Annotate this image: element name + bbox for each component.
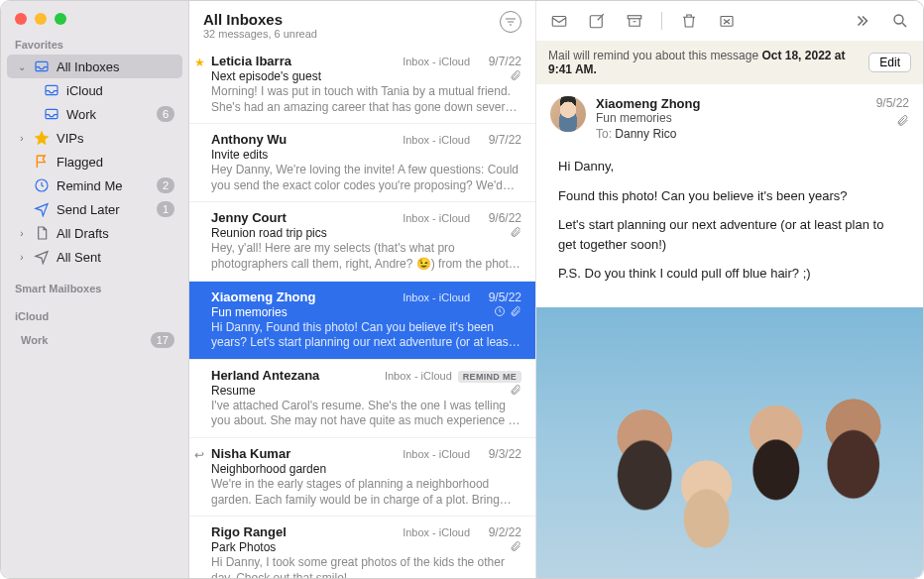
message-list[interactable]: ★Leticia IbarraInbox - iCloud9/7/22Next … <box>189 46 535 578</box>
message-row[interactable]: Anthony WuInbox - iCloud9/7/22Invite edi… <box>189 124 535 202</box>
message-subject: Neighborhood garden <box>211 462 516 476</box>
edit-reminder-button[interactable]: Edit <box>868 53 911 72</box>
filter-button[interactable] <box>500 11 521 33</box>
window-controls <box>1 1 188 33</box>
remind-me-pill: REMIND ME <box>458 371 521 383</box>
reply-icon: ↩ <box>194 448 204 462</box>
attachment-icon <box>510 540 521 554</box>
message-header: Xiaomeng Zhong Fun memories To: Danny Ri… <box>536 84 923 151</box>
sidebar-item-work[interactable]: Work 6 <box>7 102 182 126</box>
sidebar-section-work[interactable]: Work 17 <box>7 328 182 352</box>
fullscreen-window-button[interactable] <box>55 13 66 25</box>
sent-icon <box>33 248 51 266</box>
message-sender: Nisha Kumar <box>211 446 397 461</box>
count-badge: 1 <box>157 201 174 217</box>
list-header: All Inboxes 32 messages, 6 unread <box>189 1 535 46</box>
search-icon[interactable] <box>889 10 911 32</box>
sidebar-item-vips[interactable]: › VIPs <box>7 126 182 150</box>
message-date: 9/7/22 <box>476 133 521 147</box>
sidebar-item-send-later[interactable]: Send Later 1 <box>7 197 182 221</box>
svg-point-9 <box>894 15 903 24</box>
junk-icon[interactable] <box>716 10 738 32</box>
message-row[interactable]: ★Leticia IbarraInbox - iCloud9/7/22Next … <box>189 46 535 124</box>
sidebar-item-all-sent[interactable]: › All Sent <box>7 245 182 269</box>
attachment-icon <box>510 305 521 319</box>
message-preview: Hi Danny, Found this photo! Can you beli… <box>211 320 521 351</box>
sidebar-item-label: All Sent <box>57 250 174 265</box>
message-body: Hi Danny,Found this photo! Can you belie… <box>536 151 923 307</box>
sidebar-item-all-inboxes[interactable]: ⌄ All Inboxes <box>7 55 182 78</box>
sidebar-item-label: All Drafts <box>57 226 174 241</box>
message-row[interactable]: Xiaomeng ZhongInbox - iCloud9/5/22Fun me… <box>189 282 535 360</box>
count-badge: 17 <box>151 332 174 348</box>
trash-icon[interactable] <box>678 10 700 32</box>
sidebar-item-all-drafts[interactable]: › All Drafts <box>7 221 182 245</box>
message-subject: Park Photos <box>211 540 504 554</box>
message-preview: I've attached Carol's resume. She's the … <box>211 399 521 429</box>
avatar[interactable] <box>550 96 586 132</box>
message-row[interactable]: ↩Nisha KumarInbox - iCloud9/3/22Neighbor… <box>189 438 535 517</box>
message-preview: Morning! I was put in touch with Tania b… <box>211 84 521 115</box>
message-mailbox: Inbox - iCloud <box>403 212 470 224</box>
message-sender: Jenny Court <box>211 210 397 225</box>
inbox-icon <box>43 81 60 99</box>
message-row[interactable]: Jenny CourtInbox - iCloud9/6/22Reunion r… <box>189 202 535 281</box>
envelope-icon[interactable] <box>548 10 570 32</box>
message-row[interactable]: Rigo RangelInbox - iCloud9/2/22Park Phot… <box>189 517 535 578</box>
message-mailbox: Inbox - iCloud <box>403 526 470 538</box>
message-subject: Next episode's guest <box>211 69 504 83</box>
message-from[interactable]: Xiaomeng Zhong <box>596 96 866 111</box>
message-sender: Xiaomeng Zhong <box>211 290 397 304</box>
sidebar-item-remind-me[interactable]: Remind Me 2 <box>7 174 182 197</box>
message-sender: Herland Antezana <box>211 368 379 383</box>
sidebar-section-icloud[interactable]: iCloud <box>1 304 188 326</box>
inbox-icon <box>33 58 51 75</box>
message-mailbox: Inbox - iCloud <box>403 134 470 146</box>
attached-photo[interactable] <box>536 307 923 579</box>
message-mailbox: Inbox - iCloud <box>403 56 470 67</box>
inbox-icon <box>43 105 60 123</box>
recipient-name[interactable]: Danny Rico <box>615 127 676 141</box>
mailbox-subtitle: 32 messages, 6 unread <box>203 28 500 40</box>
attachment-icon <box>510 384 521 398</box>
clock-icon <box>33 176 51 194</box>
send-later-icon <box>33 200 51 218</box>
svg-rect-5 <box>552 17 566 27</box>
sidebar-item-label: Send Later <box>57 202 151 217</box>
sidebar-section-smart: Smart Mailboxes <box>1 277 188 298</box>
sidebar-section-favorites: Favorites <box>1 33 188 55</box>
message-list-column: All Inboxes 32 messages, 6 unread ★Letic… <box>189 1 536 578</box>
more-icon[interactable] <box>852 10 873 32</box>
compose-icon[interactable] <box>586 10 608 32</box>
chevron-right-icon[interactable]: › <box>17 228 27 239</box>
sidebar-item-label: Remind Me <box>57 178 151 193</box>
sidebar-item-icloud[interactable]: iCloud <box>7 78 182 102</box>
message-subject: Invite edits <box>211 148 516 162</box>
mailbox-title: All Inboxes <box>203 11 500 28</box>
attachment-icon <box>510 226 521 240</box>
minimize-window-button[interactable] <box>35 13 47 25</box>
close-window-button[interactable] <box>15 13 27 25</box>
sidebar: Favorites ⌄ All Inboxes iCloud Work 6 › … <box>1 1 189 578</box>
message-to: To: Danny Rico <box>596 127 866 141</box>
body-paragraph: Hi Danny, <box>558 157 901 176</box>
chevron-right-icon[interactable]: › <box>17 133 27 144</box>
attachment-icon[interactable] <box>896 114 909 130</box>
archive-icon[interactable] <box>624 10 645 32</box>
clock-icon <box>494 305 506 319</box>
body-paragraph: P.S. Do you think I could pull off blue … <box>558 264 901 284</box>
svg-rect-7 <box>628 16 641 19</box>
message-row[interactable]: Herland AntezanaInbox - iCloudREMIND MER… <box>189 360 535 438</box>
message-subject: Resume <box>211 384 504 398</box>
attachment-icon <box>510 69 521 83</box>
sidebar-item-label: iCloud <box>66 83 174 98</box>
message-date: 9/6/22 <box>476 211 521 225</box>
remind-banner-text: Mail will remind you about this message … <box>548 49 868 76</box>
count-badge: 2 <box>157 177 174 193</box>
sidebar-item-flagged[interactable]: Flagged <box>7 150 182 174</box>
document-icon <box>33 224 51 242</box>
chevron-down-icon[interactable]: ⌄ <box>17 61 27 72</box>
message-sender: Anthony Wu <box>211 132 397 147</box>
chevron-right-icon[interactable]: › <box>17 252 27 263</box>
remind-banner: Mail will remind you about this message … <box>536 41 923 84</box>
